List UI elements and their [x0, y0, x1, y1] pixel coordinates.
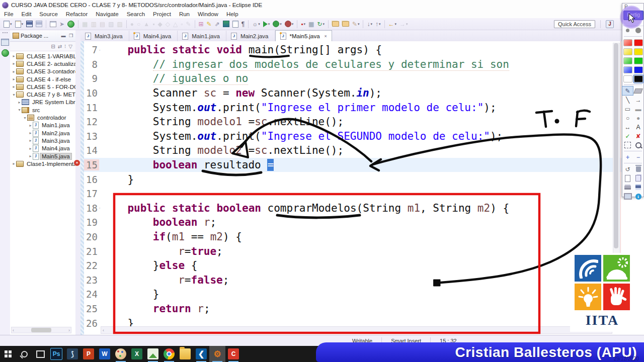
zoom-in-tool-icon[interactable]: +: [622, 153, 633, 161]
screenshot-tool-icon[interactable]: [622, 192, 633, 201]
junit-button[interactable]: [222, 19, 230, 29]
color-blue-icon[interactable]: [633, 65, 643, 74]
code-line-22[interactable]: 22}else {: [84, 258, 644, 273]
code-line-15[interactable]: 15boolean resultado =: [84, 158, 644, 172]
collapse-all-icon[interactable]: ⊟: [51, 44, 55, 49]
code-line-19[interactable]: 19boolean r;: [84, 215, 644, 230]
expander-icon[interactable]: ▸: [28, 123, 33, 128]
expander-icon[interactable]: ▸: [28, 138, 33, 143]
drop-frame-button[interactable]: ◇: [165, 19, 171, 29]
save-tool-icon[interactable]: [633, 183, 643, 192]
color-red-icon[interactable]: [633, 38, 643, 47]
new-enum-button[interactable]: ▧: [107, 19, 115, 29]
tree-item-main3-java[interactable]: ▸JMain3.java: [10, 137, 75, 144]
crop-tool-icon[interactable]: [622, 141, 633, 149]
link-with-editor-icon[interactable]: ⇄: [58, 44, 62, 49]
show-whitespace-button[interactable]: ¶: [240, 19, 246, 29]
code-line-11[interactable]: 11System.out.print("Ingrese el primer mo…: [84, 100, 644, 115]
resume-button[interactable]: △: [172, 19, 179, 29]
expander-icon[interactable]: ▸: [12, 69, 16, 74]
code-editor[interactable]: 7◦public static void main(String[] args)…: [80, 41, 644, 335]
last-edit-location-button[interactable]: ⇗: [214, 19, 221, 29]
external-tools-button[interactable]: ☼▾: [251, 19, 261, 29]
menu-window[interactable]: Window: [194, 11, 222, 17]
next-annotation-button[interactable]: ↓▾: [366, 19, 373, 29]
cross-tool-icon[interactable]: ✘: [633, 132, 643, 140]
step-return-button[interactable]: ◆: [156, 19, 163, 29]
photoshop-icon[interactable]: Ps: [48, 346, 64, 362]
step-over-button[interactable]: ▪: [151, 19, 155, 29]
suspend-button[interactable]: ▫: [180, 19, 184, 29]
new-package-button[interactable]: ▤: [99, 19, 106, 29]
java-perspective-icon[interactable]: J: [606, 20, 614, 28]
tab-close-icon[interactable]: ×: [325, 34, 327, 39]
rectangle-tool-icon[interactable]: ▭: [622, 105, 633, 113]
code-line-7[interactable]: 7◦public static void main(String[] args)…: [84, 43, 644, 57]
code-line-24[interactable]: 24}: [84, 287, 644, 302]
expander-icon[interactable]: ▾: [12, 93, 16, 97]
code-line-20[interactable]: 20if(m1 == m2) {: [84, 230, 644, 244]
arrow-tool-icon[interactable]: →: [633, 96, 643, 104]
expander-icon[interactable]: ▾: [17, 108, 22, 112]
tree-item-jre-system-librar[interactable]: ▸JRE System Librar: [10, 99, 75, 106]
run-button[interactable]: ▾: [262, 19, 271, 29]
use-step-filters-button[interactable]: ✎: [185, 19, 192, 29]
new-java-element-button[interactable]: ▾: [14, 19, 25, 29]
color-green-icon[interactable]: [633, 56, 643, 65]
save-all-button[interactable]: [35, 19, 43, 29]
expander-icon[interactable]: ▸: [12, 61, 16, 66]
menu-navigate[interactable]: Navigate: [92, 11, 122, 17]
vscode-icon[interactable]: ❮: [193, 346, 209, 362]
code-line-21[interactable]: 21r=true;: [84, 244, 644, 258]
menu-source[interactable]: Source: [35, 11, 61, 17]
ellipse-tool-icon[interactable]: ○: [622, 114, 633, 122]
stop-button[interactable]: ▪▾: [300, 19, 306, 29]
code-line-23[interactable]: 23r=false;: [84, 273, 644, 288]
annotate-button[interactable]: ✎▾: [351, 19, 361, 29]
code-line-12[interactable]: 12String modelo1 =sc.nextLine();: [84, 115, 644, 129]
menu-help[interactable]: Help: [222, 11, 243, 17]
scrollbar-thumb[interactable]: [614, 43, 618, 248]
pen-tool-icon[interactable]: ✎: [622, 86, 633, 95]
tab-main3.java[interactable]: JMain3.java: [80, 31, 129, 41]
code-line-17[interactable]: 17: [84, 187, 644, 201]
quick-access-box[interactable]: Quick Access: [554, 20, 595, 28]
camtasia-icon[interactable]: C: [225, 346, 242, 362]
tree-item-main5-java[interactable]: ▸JMain5.java: [10, 152, 75, 160]
step-into-button[interactable]: ▲: [142, 19, 150, 29]
pointofix-app-icon[interactable]: ⚙: [209, 346, 225, 362]
expander-icon[interactable]: ▾: [23, 116, 27, 120]
mark-occurrences-button[interactable]: ✎: [206, 19, 213, 29]
code-line-13[interactable]: 13System.out.print("Ingrese el SEGUNDO m…: [84, 129, 644, 144]
open-folder-button[interactable]: [331, 19, 340, 29]
tree-item-clase-3-contadores[interactable]: ▸CLASE 3-contadores: [10, 68, 75, 75]
double-arrow-tool-icon[interactable]: ↔: [622, 123, 633, 131]
open-plugin-button[interactable]: ⊞: [198, 19, 205, 29]
new-interface-button[interactable]: ▥: [90, 19, 97, 29]
new-page-tool-icon[interactable]: [622, 174, 633, 183]
open-task-button[interactable]: [231, 19, 239, 29]
copy-tool-icon[interactable]: [633, 174, 643, 183]
task-view-button[interactable]: [32, 346, 48, 362]
scrollbar-thumb[interactable]: [31, 328, 51, 332]
tree-item-clase-1-variables[interactable]: ▸CLASE 1-VARIABLES: [10, 52, 75, 60]
show-view-table-button[interactable]: ▦: [307, 19, 315, 29]
dropdown-icon[interactable]: ▽: [68, 44, 72, 49]
menu-project[interactable]: Project: [149, 11, 175, 17]
check-tool-icon[interactable]: ✓: [622, 132, 633, 140]
line-tool-icon[interactable]: ╲: [622, 96, 633, 104]
view-minmax-buttons[interactable]: ▬ ❒: [61, 33, 75, 38]
menu-search[interactable]: Search: [123, 11, 149, 17]
previous-annotation-button[interactable]: ↑▾: [374, 19, 382, 29]
expander-icon[interactable]: ▸: [12, 84, 16, 89]
refresh-button[interactable]: ↻▾: [316, 19, 326, 29]
new-class-button[interactable]: ▦: [81, 19, 89, 29]
new-wizard-button[interactable]: ▾: [3, 19, 13, 29]
word-icon[interactable]: W: [97, 346, 113, 362]
expander-icon[interactable]: ▸: [28, 146, 33, 151]
code-line-14[interactable]: 14String modelo2 =sc.nextLine();: [84, 143, 644, 158]
expander-icon[interactable]: ▸: [12, 54, 16, 58]
ellipse-filled-tool-icon[interactable]: ●: [633, 114, 643, 122]
menu-edit[interactable]: Edit: [18, 11, 36, 17]
package-explorer-title[interactable]: Package ...: [21, 33, 48, 39]
